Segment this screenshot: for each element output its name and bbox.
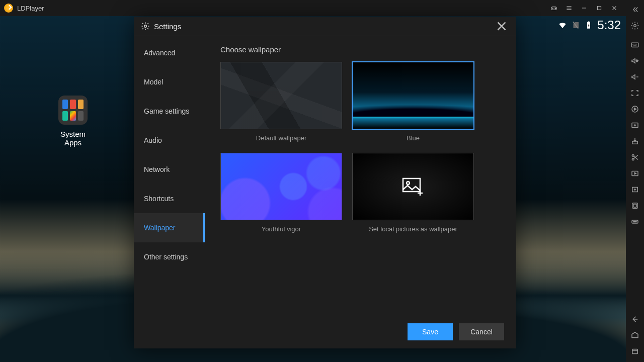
choose-wallpaper-heading: Choose wallpaper <box>220 45 501 54</box>
settings-title: Settings <box>154 22 181 31</box>
volume-up-icon[interactable] <box>626 53 643 68</box>
nav-audio[interactable]: Audio <box>134 126 205 155</box>
svg-rect-16 <box>633 204 636 207</box>
wifi-icon <box>558 21 567 30</box>
svg-point-19 <box>634 221 635 222</box>
wallpaper-blue-label: Blue <box>352 134 474 142</box>
wallpaper-local-label: Set local pictures as wallpaper <box>352 225 474 233</box>
svg-rect-21 <box>632 349 638 354</box>
collapse-icon[interactable] <box>626 2 643 17</box>
no-sim-icon <box>571 21 580 30</box>
wallpaper-youthful-label: Youthful vigor <box>220 225 342 233</box>
svg-point-11 <box>632 154 634 156</box>
record-icon[interactable] <box>626 166 643 181</box>
nav-shortcuts[interactable]: Shortcuts <box>134 184 205 213</box>
rotate-icon[interactable] <box>626 198 643 213</box>
maximize-button[interactable] <box>592 0 607 16</box>
settings-gear-icon[interactable] <box>626 18 643 33</box>
gear-icon <box>141 22 150 31</box>
svg-point-20 <box>636 221 637 222</box>
settings-close-button[interactable] <box>494 19 509 34</box>
volume-down-icon[interactable] <box>626 69 643 84</box>
settings-dialog: Settings Advanced Model Game settings Au… <box>134 17 516 348</box>
android-status-bar: 5:32 <box>515 16 626 34</box>
svg-rect-5 <box>588 22 590 23</box>
right-toolbar <box>626 0 644 362</box>
wallpaper-youthful[interactable] <box>220 153 342 220</box>
wallpaper-blue[interactable] <box>352 62 474 129</box>
sync-icon[interactable] <box>626 102 643 117</box>
recent-icon[interactable] <box>626 344 643 359</box>
multi-instance-icon[interactable] <box>626 118 643 133</box>
nav-wallpaper[interactable]: Wallpaper <box>134 213 205 242</box>
menu-icon[interactable] <box>561 0 577 16</box>
install-apk-icon[interactable] <box>626 134 643 149</box>
save-button[interactable]: Save <box>408 323 453 340</box>
minimize-button[interactable] <box>577 0 592 16</box>
nav-other-settings[interactable]: Other settings <box>134 242 205 272</box>
nav-advanced[interactable]: Advanced <box>134 38 205 67</box>
image-add-icon <box>401 176 425 197</box>
cancel-button[interactable]: Cancel <box>459 323 504 340</box>
wallpaper-default[interactable] <box>220 62 342 129</box>
svg-rect-3 <box>598 7 601 10</box>
settings-nav: Advanced Model Game settings Audio Netwo… <box>134 36 205 314</box>
app-logo-icon <box>4 4 13 13</box>
settings-content: Choose wallpaper Default wallpaper Blue … <box>205 36 516 314</box>
system-apps-folder[interactable]: System Apps <box>55 96 91 147</box>
status-time: 5:32 <box>597 18 621 32</box>
svg-point-2 <box>555 9 556 9</box>
svg-point-6 <box>634 25 636 27</box>
more-icon[interactable] <box>626 214 643 229</box>
close-button[interactable] <box>607 0 622 16</box>
wallpaper-local[interactable] <box>352 153 474 220</box>
svg-point-12 <box>632 158 634 160</box>
operation-record-icon[interactable] <box>626 182 643 197</box>
svg-rect-7 <box>631 43 638 47</box>
fullscreen-icon[interactable] <box>626 85 643 101</box>
wallpaper-default-label: Default wallpaper <box>220 134 342 142</box>
svg-point-24 <box>407 182 410 185</box>
settings-header: Settings <box>134 17 516 36</box>
nav-model[interactable]: Model <box>134 67 205 97</box>
svg-point-18 <box>633 221 634 222</box>
gamepad-icon[interactable] <box>546 0 561 16</box>
scissors-icon[interactable] <box>626 150 643 165</box>
system-apps-label: System Apps <box>55 130 91 147</box>
app-title: LDPlayer <box>17 5 44 12</box>
home-icon[interactable] <box>626 328 643 343</box>
nav-game-settings[interactable]: Game settings <box>134 97 205 126</box>
keyboard-icon[interactable] <box>626 37 643 52</box>
nav-network[interactable]: Network <box>134 155 205 184</box>
titlebar: LDPlayer <box>0 0 626 16</box>
svg-point-22 <box>144 25 147 28</box>
folder-icon <box>58 96 88 125</box>
back-icon[interactable] <box>626 312 643 327</box>
settings-footer: Save Cancel <box>134 314 516 348</box>
battery-icon <box>584 21 593 30</box>
